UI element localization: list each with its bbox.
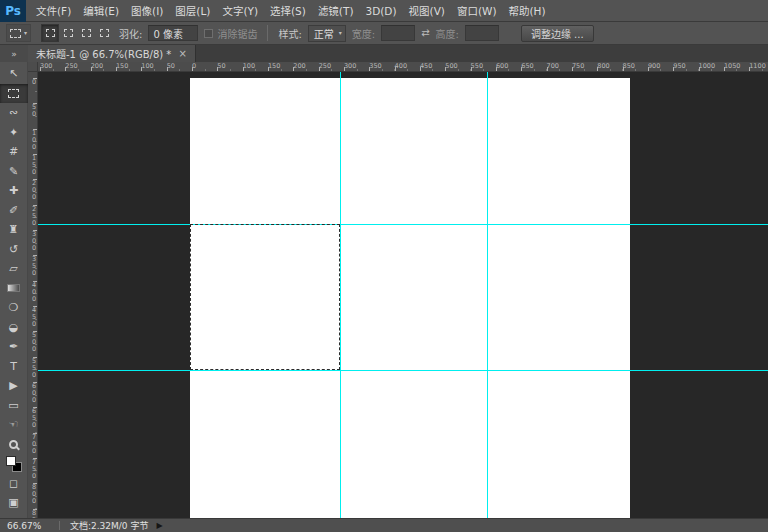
menu-item-filter[interactable]: 滤镜(T) bbox=[312, 0, 360, 22]
guide-horizontal[interactable] bbox=[38, 370, 768, 371]
menu-item-window[interactable]: 窗口(W) bbox=[451, 0, 503, 22]
refine-edge-button[interactable]: 调整边缘 ... bbox=[521, 25, 594, 42]
color-swatches[interactable] bbox=[1, 454, 27, 474]
selection-marquee[interactable] bbox=[190, 224, 340, 370]
guide-vertical[interactable] bbox=[340, 72, 341, 518]
document-tab[interactable]: 未标题-1 @ 66.7%(RGB/8) * × bbox=[28, 45, 196, 62]
tool-eraser[interactable]: ▱ bbox=[1, 259, 27, 279]
ruler-v-label: 300 bbox=[29, 230, 38, 251]
zoom-level[interactable]: 66.67% bbox=[7, 521, 49, 531]
menu-item-3d[interactable]: 3D(D) bbox=[359, 0, 402, 22]
guide-vertical[interactable] bbox=[487, 72, 488, 518]
ruler-h-label: 600 bbox=[496, 62, 508, 70]
blur-icon: ❍ bbox=[9, 302, 19, 313]
menu-items: 文件(F)编辑(E)图像(I)图层(L)文字(Y)选择(S)滤镜(T)3D(D)… bbox=[30, 0, 552, 22]
menu-item-help[interactable]: 帮助(H) bbox=[503, 0, 552, 22]
intersect-selection-button[interactable] bbox=[95, 24, 113, 42]
tool-lasso[interactable]: ∾ bbox=[1, 103, 27, 123]
new-selection-icon bbox=[46, 29, 55, 37]
tool-path-selection[interactable]: ▶ bbox=[1, 376, 27, 396]
type-icon: T bbox=[10, 361, 17, 372]
status-bar: 66.67% 文档:2.32M/0 字节 ▶ bbox=[0, 518, 768, 532]
tool-move[interactable]: ↖ bbox=[1, 64, 27, 84]
height-label: 高度: bbox=[436, 26, 459, 41]
tool-quick-mask[interactable]: ◻ bbox=[1, 474, 27, 494]
tool-gradient[interactable] bbox=[1, 279, 27, 299]
subtract-from-selection-button[interactable] bbox=[77, 24, 95, 42]
tool-history-brush[interactable]: ↺ bbox=[1, 240, 27, 260]
new-selection-button[interactable] bbox=[41, 24, 59, 42]
menu-item-file[interactable]: 文件(F) bbox=[30, 0, 77, 22]
ruler-v-label: 400 bbox=[29, 281, 38, 302]
ruler-v-label: 750 bbox=[29, 458, 38, 479]
foreground-color-swatch[interactable] bbox=[6, 456, 16, 466]
ruler-h-label: 500 bbox=[445, 62, 457, 70]
ruler-h-label: 1050 bbox=[724, 62, 741, 70]
ruler-h-label: 950 bbox=[673, 62, 685, 70]
dodge-icon: ◒ bbox=[9, 322, 19, 333]
guide-horizontal[interactable] bbox=[38, 224, 768, 225]
menu-item-edit[interactable]: 编辑(E) bbox=[77, 0, 125, 22]
tool-brush[interactable]: ✐ bbox=[1, 201, 27, 221]
ruler-h-label: 300 bbox=[40, 62, 52, 70]
ruler-v-label: 100 bbox=[29, 129, 38, 150]
gradient-icon bbox=[7, 284, 20, 292]
checkbox-icon bbox=[204, 29, 213, 38]
menu-bar: Ps 文件(F)编辑(E)图像(I)图层(L)文字(Y)选择(S)滤镜(T)3D… bbox=[0, 0, 768, 22]
add-to-selection-button[interactable] bbox=[59, 24, 77, 42]
tool-hand[interactable]: ☜ bbox=[1, 415, 27, 435]
tool-zoom[interactable] bbox=[1, 435, 27, 455]
antialias-label: 消除锯齿 bbox=[217, 26, 257, 41]
tool-dodge[interactable]: ◒ bbox=[1, 318, 27, 338]
tool-rectangular-marquee[interactable] bbox=[0, 84, 28, 104]
hand-icon: ☜ bbox=[9, 419, 19, 430]
canvas-area[interactable] bbox=[38, 72, 768, 518]
tool-type[interactable]: T bbox=[1, 357, 27, 377]
add-to-selection-icon bbox=[64, 29, 73, 37]
ruler-h-label: 800 bbox=[597, 62, 609, 70]
menu-item-type[interactable]: 文字(Y) bbox=[216, 0, 264, 22]
subtract-from-selection-icon bbox=[82, 29, 91, 37]
swap-width-height-button[interactable]: ⇄ bbox=[421, 28, 429, 38]
tool-crop[interactable]: # bbox=[1, 142, 27, 162]
horizontal-ruler[interactable]: 3002502001501005005010015020025030035040… bbox=[38, 62, 768, 72]
vertical-ruler[interactable]: 0501001502002503003504004505005506006507… bbox=[28, 72, 38, 518]
eyedropper-icon: ✎ bbox=[9, 166, 18, 177]
divider bbox=[267, 25, 268, 41]
ruler-h-label: 1000 bbox=[699, 62, 716, 70]
height-input[interactable] bbox=[465, 25, 499, 41]
close-icon[interactable]: × bbox=[178, 49, 186, 59]
rectangular-marquee-icon bbox=[10, 29, 21, 38]
tool-spot-healing[interactable]: ✚ bbox=[1, 181, 27, 201]
ruler-origin-corner[interactable] bbox=[28, 62, 38, 72]
style-label: 样式: bbox=[278, 26, 301, 41]
move-icon: ↖ bbox=[9, 68, 18, 79]
menu-item-image[interactable]: 图像(I) bbox=[125, 0, 169, 22]
style-select[interactable]: 正常 ▾ bbox=[308, 25, 346, 42]
tool-clone-stamp[interactable]: ♜ bbox=[1, 220, 27, 240]
menu-item-layer[interactable]: 图层(L) bbox=[169, 0, 216, 22]
ruler-v-label: 650 bbox=[29, 407, 38, 428]
zoom-icon bbox=[9, 440, 18, 449]
ruler-v-label: 800 bbox=[29, 483, 38, 504]
status-popup-arrow-icon[interactable]: ▶ bbox=[156, 522, 162, 530]
tool-pen[interactable]: ✒ bbox=[1, 337, 27, 357]
panel-collapse-button[interactable]: » bbox=[0, 45, 28, 62]
tool-blur[interactable]: ❍ bbox=[1, 298, 27, 318]
tool-quick-selection[interactable]: ✦ bbox=[1, 123, 27, 143]
menu-item-view[interactable]: 视图(V) bbox=[403, 0, 451, 22]
ruler-h-label: 100 bbox=[243, 62, 255, 70]
feather-input[interactable]: 0 像素 bbox=[148, 25, 198, 41]
width-input[interactable] bbox=[381, 25, 415, 41]
tool-screen-mode[interactable]: ▣ bbox=[1, 493, 27, 513]
ruler-h-label: 150 bbox=[116, 62, 128, 70]
tool-eyedropper[interactable]: ✎ bbox=[1, 162, 27, 182]
ruler-h-label: 400 bbox=[395, 62, 407, 70]
ruler-v-label: 50 bbox=[29, 103, 38, 117]
tool-shape[interactable]: ▭ bbox=[1, 396, 27, 416]
tool-preset-dropdown[interactable]: ▾ bbox=[6, 24, 31, 42]
lasso-icon: ∾ bbox=[9, 107, 18, 118]
antialias-checkbox[interactable]: 消除锯齿 bbox=[204, 26, 257, 41]
menu-item-select[interactable]: 选择(S) bbox=[264, 0, 312, 22]
options-bar: ▾ 羽化: 0 像素 消除锯齿 样式: 正常 ▾ 宽度: ⇄ 高度: 调整边缘 … bbox=[0, 22, 768, 45]
